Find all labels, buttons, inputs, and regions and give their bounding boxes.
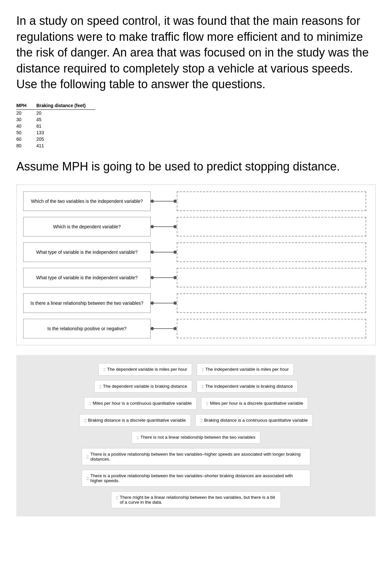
answer-tile-a5[interactable]: :: Miles per hour is a continuous quanti… (84, 397, 197, 410)
cell-mph: 50 (16, 129, 36, 136)
matching-area: Which of the two variables is the indepe… (16, 185, 376, 345)
table-row: 60205 (16, 136, 95, 142)
table-row: 80411 (16, 142, 95, 149)
cell-mph: 60 (16, 136, 36, 142)
intro-text: In a study on speed control, it was foun… (16, 13, 376, 92)
drag-icon-a1: :: (103, 367, 105, 372)
connector-q2 (151, 225, 177, 228)
answer-tile-a1[interactable]: :: The dependent variable is miles per h… (98, 363, 192, 376)
answer-tile-a4[interactable]: :: The independent variable is braking d… (197, 380, 298, 393)
answer-text-a7: Braking distance is a discrete quantitat… (88, 418, 186, 423)
question-box-q1: Which of the two variables is the indepe… (23, 191, 151, 211)
drag-icon-a11: :: (87, 476, 89, 481)
answer-tile-a3[interactable]: :: The dependent variable is braking dis… (94, 380, 192, 393)
table-row: 2020 (16, 109, 95, 116)
answers-row-5: :: There is not a linear relationship be… (132, 431, 260, 444)
answers-row-8: :: There might be a linear relationship … (111, 491, 281, 508)
cell-braking: 45 (36, 116, 95, 123)
connector-q6 (151, 327, 177, 330)
cell-mph: 80 (16, 142, 36, 149)
answer-tile-a8[interactable]: :: Braking distance is a continuous quan… (195, 414, 313, 427)
table-row: 50133 (16, 129, 95, 136)
drag-icon-a9: :: (137, 435, 139, 440)
answers-area: :: The dependent variable is miles per h… (16, 355, 376, 516)
answer-box-q5[interactable] (177, 293, 366, 313)
answer-text-a6: Miles per hour is a discrete quantitativ… (210, 401, 303, 406)
question-box-q5: Is there a linear relationship between t… (23, 293, 151, 313)
match-row-q2: Which is the dependent variable? (23, 217, 369, 236)
connector-q5 (151, 301, 177, 305)
answer-text-a12: There might be a linear relationship bet… (120, 495, 276, 505)
drag-icon-a4: :: (202, 384, 204, 389)
second-heading: Assume MPH is going to be used to predic… (16, 159, 376, 175)
cell-mph: 20 (16, 109, 36, 116)
cell-braking: 133 (36, 129, 95, 136)
answer-tile-a2[interactable]: :: The independent variable is miles per… (197, 363, 294, 376)
cell-mph: 30 (16, 116, 36, 123)
answer-text-a2: The independent variable is miles per ho… (205, 367, 289, 372)
data-table: MPH Braking distance (feet) 202030454081… (16, 102, 95, 149)
answer-text-a8: Braking distance is a continuous quantit… (204, 418, 308, 423)
connector-q1 (151, 200, 177, 203)
answer-tile-a12[interactable]: :: There might be a linear relationship … (111, 491, 281, 508)
answer-box-q1[interactable] (177, 191, 366, 211)
answer-box-q2[interactable] (177, 217, 366, 236)
connector-q3 (151, 251, 177, 254)
question-box-q6: Is the relationship positive or negative… (23, 319, 151, 338)
drag-icon-a7: :: (84, 418, 86, 423)
answers-row-1: :: The dependent variable is miles per h… (98, 363, 293, 376)
table-row: 4081 (16, 123, 95, 129)
drag-icon-a5: :: (89, 401, 91, 406)
cell-braking: 411 (36, 142, 95, 149)
col-braking-header: Braking distance (feet) (36, 102, 95, 110)
answer-tile-a7[interactable]: :: Braking distance is a discrete quanti… (79, 414, 191, 427)
cell-braking: 81 (36, 123, 95, 129)
cell-braking: 205 (36, 136, 95, 142)
match-row-q4: What type of variable is the independent… (23, 268, 369, 287)
answers-row-4: :: Braking distance is a discrete quanti… (79, 414, 313, 427)
answer-text-a5: Miles per hour is a continuous quantitat… (93, 401, 192, 406)
answers-row-3: :: Miles per hour is a continuous quanti… (84, 397, 308, 410)
question-box-q2: Which is the dependent variable? (23, 217, 151, 236)
drag-icon-a8: :: (200, 418, 202, 423)
answer-text-a1: The dependent variable is miles per hour (107, 367, 187, 372)
answers-row-7: :: There is a positive relationship betw… (82, 470, 310, 487)
answers-row-2: :: The dependent variable is braking dis… (94, 380, 298, 393)
table-row: 3045 (16, 116, 95, 123)
drag-icon-a10: :: (87, 454, 89, 459)
answer-tile-a10[interactable]: :: There is a positive relationship betw… (82, 448, 310, 465)
match-row-q3: What type of variable is the independent… (23, 242, 369, 262)
answer-box-q3[interactable] (177, 242, 366, 262)
match-row-q5: Is there a linear relationship between t… (23, 293, 369, 313)
answer-tile-a6[interactable]: :: Miles per hour is a discrete quantita… (201, 397, 308, 410)
question-box-q3: What type of variable is the independent… (23, 242, 151, 262)
cell-mph: 40 (16, 123, 36, 129)
data-table-container: MPH Braking distance (feet) 202030454081… (16, 102, 376, 149)
drag-icon-a6: :: (206, 401, 208, 406)
answer-box-q6[interactable] (177, 319, 366, 338)
match-row-q6: Is the relationship positive or negative… (23, 319, 369, 338)
answer-text-a10: There is a positive relationship between… (90, 452, 305, 462)
answers-row-6: :: There is a positive relationship betw… (82, 448, 310, 465)
answer-text-a4: The independent variable is braking dist… (205, 384, 293, 389)
answer-text-a3: The dependent variable is braking distan… (103, 384, 187, 389)
answer-box-q4[interactable] (177, 268, 366, 287)
answer-text-a11: There is a positive relationship between… (90, 473, 305, 483)
drag-icon-a3: :: (99, 384, 101, 389)
match-row-q1: Which of the two variables is the indepe… (23, 191, 369, 211)
answer-text-a9: There is not a linear relationship betwe… (140, 435, 255, 440)
answer-tile-a9[interactable]: :: There is not a linear relationship be… (132, 431, 260, 444)
col-mph-header: MPH (16, 102, 36, 110)
drag-icon-a12: :: (116, 495, 118, 500)
connector-q4 (151, 276, 177, 279)
drag-icon-a2: :: (202, 367, 204, 372)
question-box-q4: What type of variable is the independent… (23, 268, 151, 287)
cell-braking: 20 (36, 109, 95, 116)
answer-tile-a11[interactable]: :: There is a positive relationship betw… (82, 470, 310, 487)
